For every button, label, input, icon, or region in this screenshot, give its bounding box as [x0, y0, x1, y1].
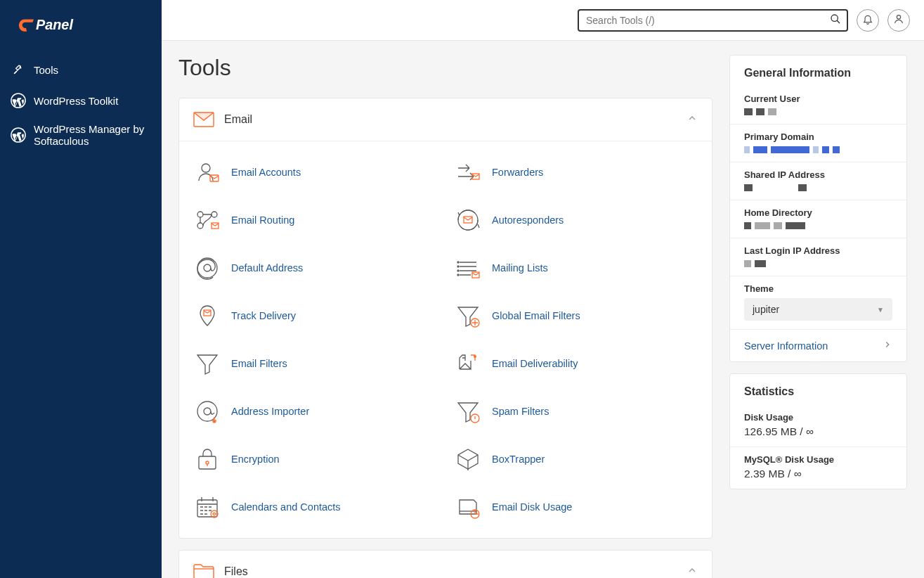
server-information-link[interactable]: Server Information	[730, 330, 906, 361]
tool-label: Address Importer	[231, 406, 309, 417]
panel-files: Files File ManagerImages	[178, 550, 712, 578]
svg-text:Panel: Panel	[36, 17, 73, 32]
info-title: General Information	[730, 56, 906, 86]
topbar	[162, 0, 924, 41]
svg-rect-28	[199, 456, 216, 469]
svg-point-16	[204, 264, 211, 271]
panel-title: Email	[224, 113, 687, 126]
tool-label: BoxTrapper	[492, 454, 545, 465]
sidebar-item-wordpress-toolkit[interactable]: WordPress Toolkit	[0, 85, 162, 116]
tool-calendars-and-contacts[interactable]: Calendars and Contacts	[185, 483, 445, 531]
boxtrapper-icon	[454, 445, 482, 473]
statistics-panel: Statistics Disk Usage 126.95 MB / ∞ MySQ…	[729, 373, 907, 489]
email-icon	[193, 111, 214, 128]
tool-label: Encryption	[231, 454, 280, 465]
theme-select[interactable]: jupiter ▼	[744, 298, 892, 321]
chevron-down-icon: ▼	[877, 306, 884, 314]
cpanel-logo[interactable]: Panel	[0, 14, 162, 54]
folder-icon	[193, 563, 214, 578]
last-login-label: Last Login IP Address	[744, 245, 892, 256]
bell-icon	[862, 13, 873, 27]
tools-icon	[10, 61, 27, 78]
theme-label: Theme	[744, 283, 892, 294]
svg-point-26	[204, 408, 211, 415]
tool-email-filters[interactable]: Email Filters	[185, 340, 445, 387]
tool-track-delivery[interactable]: Track Delivery	[185, 292, 445, 340]
tool-default-address[interactable]: Default Address	[185, 244, 445, 292]
encryption-icon	[193, 445, 221, 473]
tool-label: Default Address	[231, 262, 303, 274]
stat-value: 2.39 MB / ∞	[744, 468, 892, 480]
tool-label: Calendars and Contacts	[231, 501, 341, 513]
mailing-lists-icon	[454, 254, 482, 282]
tool-label: Autoresponders	[492, 214, 564, 226]
tool-label: Forwarders	[492, 167, 543, 178]
tool-label: Mailing Lists	[492, 262, 548, 274]
tool-email-deliverability[interactable]: Email Deliverability	[445, 340, 706, 387]
search-input[interactable]	[578, 9, 848, 32]
primary-domain-label: Primary Domain	[744, 131, 892, 142]
tool-label: Global Email Filters	[492, 310, 580, 321]
tool-label: Email Accounts	[231, 167, 301, 178]
tool-encryption[interactable]: Encryption	[185, 435, 445, 483]
tool-forwarders[interactable]: Forwarders	[445, 148, 706, 196]
page-title: Tools	[178, 55, 712, 81]
default-address-icon	[193, 254, 221, 282]
search-icon[interactable]	[830, 13, 841, 27]
svg-point-11	[197, 223, 203, 229]
svg-point-4	[897, 15, 900, 18]
svg-point-29	[206, 461, 209, 464]
tool-label: Spam Filters	[492, 406, 549, 417]
tool-email-accounts[interactable]: Email Accounts	[185, 148, 445, 196]
tool-address-importer[interactable]: Address Importer	[185, 387, 445, 435]
user-menu-button[interactable]	[887, 9, 910, 32]
tool-email-routing[interactable]: Email Routing	[185, 196, 445, 244]
theme-value: jupiter	[753, 304, 779, 315]
svg-point-24	[474, 355, 476, 358]
tool-autoresponders[interactable]: Autoresponders	[445, 196, 706, 244]
wordpress-icon	[10, 92, 27, 109]
svg-point-10	[212, 212, 217, 217]
tool-label: Email Disk Usage	[492, 501, 572, 513]
notifications-button[interactable]	[857, 9, 879, 32]
sidebar-item-label: Tools	[34, 64, 58, 76]
chevron-up-icon	[687, 565, 698, 578]
primary-domain-value[interactable]	[744, 146, 892, 153]
user-icon	[893, 13, 904, 27]
current-user-label: Current User	[744, 94, 892, 104]
svg-point-6	[202, 164, 210, 172]
svg-point-20	[457, 274, 459, 276]
panel-title: Files	[224, 565, 687, 578]
address-importer-icon	[193, 397, 221, 425]
chevron-up-icon	[687, 113, 698, 127]
sidebar-item-wordpress-manager[interactable]: WordPress Manager by Softaculous	[0, 116, 162, 154]
email-deliverability-icon	[454, 349, 482, 378]
sidebar-item-tools[interactable]: Tools	[0, 54, 162, 85]
tool-global-email-filters[interactable]: Global Email Filters	[445, 292, 706, 340]
svg-point-9	[197, 212, 203, 217]
autoresponders-icon	[454, 206, 482, 234]
sidebar-item-label: WordPress Manager by Softaculous	[34, 123, 152, 147]
tool-email-disk-usage[interactable]: Email Disk Usage	[445, 483, 706, 531]
email-accounts-icon	[193, 158, 221, 186]
panel-header-email[interactable]: Email	[179, 98, 712, 141]
tool-spam-filters[interactable]: Spam Filters	[445, 387, 706, 435]
email-routing-icon	[193, 206, 221, 234]
tool-mailing-lists[interactable]: Mailing Lists	[445, 244, 706, 292]
track-delivery-icon	[193, 302, 221, 330]
server-info-label: Server Information	[744, 340, 828, 352]
shared-ip-value	[744, 184, 892, 191]
forwarders-icon	[454, 158, 482, 186]
search-box	[578, 9, 848, 32]
panel-email: Email Email AccountsForwardersEmail Rout…	[178, 98, 712, 539]
svg-point-15	[197, 258, 217, 278]
home-dir-value	[744, 222, 892, 229]
calendars-and-contacts-icon	[193, 493, 221, 521]
last-login-value	[744, 260, 892, 267]
sidebar: Panel Tools WordPress Toolkit WordPress …	[0, 0, 162, 578]
panel-header-files[interactable]: Files	[179, 551, 712, 578]
current-user-value	[744, 108, 892, 115]
stat-label: MySQL® Disk Usage	[744, 454, 892, 465]
tool-boxtrapper[interactable]: BoxTrapper	[445, 435, 706, 483]
stats-title: Statistics	[730, 374, 906, 405]
